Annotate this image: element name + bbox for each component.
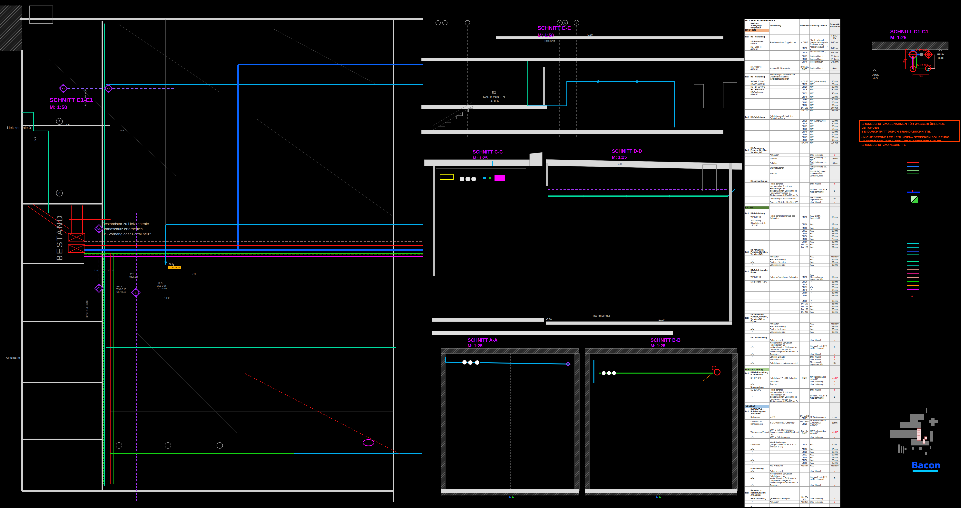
table-row: [745, 32, 840, 35]
svg-text:Bestandstor zu Heizzentrale: Bestandstor zu Heizzentrale: [102, 222, 149, 226]
table-row: DN 100KAU32 mm: [745, 243, 840, 246]
svg-text:250: 250: [906, 49, 908, 53]
svg-text:6: 6: [576, 21, 577, 24]
annotation-bestandstor: Bestandstor zu Heizzentrale Brandschutz …: [102, 222, 151, 236]
svg-text:750: 750: [903, 59, 905, 63]
room-label-heizzentrale: Heizzentrale 01: [7, 126, 33, 130]
table-row: DN 80--"--38 mm: [745, 300, 840, 303]
table-row: Isol.Regenwasser-Rohrleitungen:: [745, 506, 840, 507]
table-row: KD 16/19°CRohre generellohne Mantelx: [745, 389, 840, 391]
svg-text:M: 1:25: M: 1:25: [651, 343, 665, 348]
svg-text:M: 1:25: M: 1:25: [890, 35, 907, 40]
svg-text:OK=+6,80: OK=+6,80: [157, 287, 167, 290]
table-row: [745, 177, 840, 180]
table-row: Isol.KT-Rohrleitung:: [745, 212, 840, 215]
table-row: DN 25--"--25 mm: [745, 283, 840, 286]
table-row: DN 25MW50 mm: [745, 125, 840, 127]
svg-text:2x KB Ø30cm: 2x KB Ø30cm: [916, 49, 930, 51]
table-header-row: Medium-Auslegungs- temperatur Anwendung …: [745, 22, 840, 29]
table-title: ISOLIERLEGENDE HKLS: [745, 19, 800, 22]
grid-marker-e1-right: E1: [104, 84, 113, 93]
legend-line-swatch: [907, 255, 919, 255]
svg-text:M: 1:50: M: 1:50: [538, 33, 554, 38]
pump-mark: [363, 440, 374, 446]
legend-line-swatch: [907, 243, 919, 244]
svg-text:HKLS: HKLS: [157, 282, 162, 284]
svg-text:5: 5: [564, 21, 566, 24]
table-row: --"--Pumpenisolierung,KAU25 mm: [745, 258, 840, 261]
table-row: [745, 266, 840, 269]
table-row: HEIZUNG: [745, 29, 840, 32]
table-row: DN 50--"--32 mm: [745, 291, 840, 294]
table-row: Kaltwasserim FBDN 15 bis DN 25PE-Weichsc…: [745, 415, 840, 419]
svg-text:M: 1:25: M: 1:25: [612, 155, 627, 159]
svg-text:M: 1:50: M: 1:50: [49, 104, 67, 110]
table-row: [745, 63, 840, 66]
table-row: [745, 438, 840, 441]
table-row: SANITÄR: [745, 405, 840, 408]
table-row: --"--WW- u. Zirk. Armaturenohne Isolieru…: [745, 436, 840, 438]
table-row: --"--mechanischer Schutz von Rohrleitung…: [745, 342, 840, 353]
svg-text:C: C: [59, 191, 60, 195]
table-row: DN 25Isolierschlauch6/13 mm: [745, 55, 840, 58]
table-row: HZ-FBH 40/30°CDN 25MW30 mm: [745, 88, 840, 91]
legend-symbol-tick: [912, 190, 913, 192]
table-row: DN 40Isolierschlauch9/25 mm: [745, 61, 840, 63]
svg-text:545: 545: [120, 129, 124, 132]
svg-text:C: C: [135, 291, 137, 294]
table-row: --"--KW-ArmaturenAlle Dim.KAUwie Rohr: [745, 465, 840, 467]
table-row: Isol.KT-Armaturen, Pumpen, Behälter, Ver…: [745, 314, 840, 323]
table-row: DN125MW100 mm: [745, 110, 840, 112]
table-row: BehälterFertigisolierung od. MW100mm: [745, 161, 840, 166]
table-row: DN100MW110 mm: [745, 141, 840, 144]
table-row: DN 40KAU25 mm: [745, 232, 840, 235]
table-row: --"--Verteiler, Behälterohne Mantelx: [745, 355, 840, 358]
svg-text:344: 344: [130, 272, 134, 275]
schnitt-b-title: SCHNITT B-B: [651, 338, 681, 343]
duct-highlight-magenta: [495, 175, 505, 182]
gully-arrow: [164, 261, 167, 265]
svg-text:KARTONAGEN: KARTONAGEN: [483, 95, 505, 99]
svg-text:OK=+6,70: OK=+6,70: [116, 291, 126, 293]
table-row: WärmetauscherFertigisolierung od. MW: [745, 166, 840, 170]
svg-text:Brandschutz erforderlich: Brandschutz erforderlich: [102, 227, 143, 231]
schnitt-b-panel: SCHNITT B-B M: 1:25: [585, 338, 738, 504]
table-row: DN 65MW80 mm: [745, 136, 840, 139]
schnitt-c1-title: SCHNITT C1-C1: [890, 29, 929, 35]
table-row: --"--Armaturenohne Isolierungx: [745, 381, 840, 383]
floor-plan-panel: E1 E1 C1 C1 C C B SCHNI: [0, 0, 423, 508]
table-row: DN 32KAU19 mm: [745, 229, 840, 232]
table-row: Isol.HZ-Rohrleitung:Rohrleitung außerhal…: [745, 115, 840, 119]
table-row: [745, 333, 840, 336]
svg-text:Gully: Gully: [169, 263, 174, 266]
table-row: Feuerlöschleitunggenerell RohrleitungenD…: [745, 496, 840, 500]
note-line: BRANDSCHUTZMASSNAHMEN FÜR WASSERFÜHRENDE…: [861, 122, 958, 130]
legend-line-swatch: [907, 166, 919, 167]
table-row: [745, 297, 840, 300]
svg-text:LAGER: LAGER: [488, 100, 499, 103]
table-row: DN 125KAU32 mm: [745, 246, 840, 248]
schnitt-e-title: SCHNITT E-E: [538, 25, 571, 31]
svg-text:±0,00: ±0,00: [659, 318, 665, 321]
svg-text:B: B: [59, 120, 60, 123]
table-row: DN 200KAU38 mm: [745, 311, 840, 314]
table-row: DN 20MW50 mm: [745, 122, 840, 125]
table-row: VerteilerFertigisolierung od. MW100mm: [745, 156, 840, 161]
table-row: Isol.HZ-Rohrleitung:Rohrleitung in Techn…: [745, 73, 840, 80]
table-row: DN 65--"--32 mm: [745, 294, 840, 297]
table-row: DN 40--"--32 mm: [745, 289, 840, 291]
table-row: DN 50KAU25 mm: [745, 235, 840, 237]
table-row: KÄLTE: [745, 207, 840, 209]
table-row: --"--mechanischer Schutz von Rohrleitung…: [745, 473, 840, 484]
svg-text:30: 30: [103, 269, 106, 272]
table-row: Isol.KW/WW/Zirk.-Rohrleitungen u. Armatu…: [745, 408, 840, 415]
legend-line-swatch: [907, 251, 919, 252]
table-row: DN 20* Isolierschlauch (--"--)6/10mm: [745, 50, 840, 55]
legend-symbol-bar: [907, 191, 920, 193]
table-row: WP 6/12 °CRohre generell innerhalb des G…: [745, 215, 840, 219]
table-row: DN 80MW90 mm: [745, 139, 840, 141]
svg-text:4: 4: [559, 21, 560, 24]
table-row: DN 50MW70 mm: [745, 133, 840, 136]
table-row: DN 40MW60 mm: [745, 131, 840, 133]
table-row: --"--Speicher, VerteilerKAU32 mm: [745, 261, 840, 264]
